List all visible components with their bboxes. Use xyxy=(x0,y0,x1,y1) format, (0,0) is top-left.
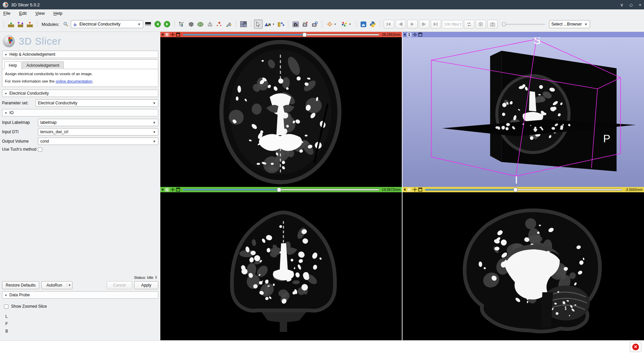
module-search-button[interactable] xyxy=(61,19,70,29)
slice-menu-icon[interactable] xyxy=(176,188,180,192)
pin-arrow-icon[interactable] xyxy=(161,188,163,191)
sequence-fps-spinbox[interactable]: 100.0fps ▲▼ xyxy=(442,20,463,28)
close-icon[interactable]: × xyxy=(639,2,641,7)
scene-view-button[interactable] xyxy=(301,19,310,29)
dicom-button[interactable]: ▼▲ DCM xyxy=(16,19,25,29)
slice-menu-icon[interactable] xyxy=(176,33,180,37)
mouse-interaction-button[interactable] xyxy=(254,19,263,29)
dicom-icon: ▼▲ xyxy=(17,21,24,24)
sequence-next-button[interactable] xyxy=(419,20,429,29)
slider-handle[interactable] xyxy=(277,188,281,192)
toolbar-grip[interactable] xyxy=(287,20,289,28)
sequence-browser-combobox[interactable]: Select ...Browser ▼ xyxy=(549,20,590,28)
pin-arrow-icon[interactable] xyxy=(161,33,163,36)
scene-view-icon xyxy=(302,21,308,27)
green-slice-canvas[interactable] xyxy=(160,192,402,340)
sequence-record-button[interactable] xyxy=(476,20,486,29)
slider-handle[interactable] xyxy=(303,33,307,37)
toolbar-grip[interactable] xyxy=(355,20,357,28)
sequence-last-button[interactable] xyxy=(431,20,441,29)
slice-link-icon[interactable] xyxy=(171,33,175,37)
scene-restore-button[interactable] xyxy=(310,19,319,29)
tab-acknowledgement[interactable]: Acknowledgement xyxy=(22,61,64,69)
sequence-loop-button[interactable] xyxy=(464,20,474,29)
sequence-play-button[interactable] xyxy=(407,20,418,29)
sequence-first-button[interactable] xyxy=(384,20,394,29)
window-level-button[interactable]: ▼ xyxy=(263,19,276,29)
layout-selector-button[interactable] xyxy=(239,19,248,29)
input-dti-combobox[interactable]: tensors_dwi_crl ▼ xyxy=(38,128,158,136)
sequence-snapshot-button[interactable] xyxy=(487,20,498,29)
module-forward-button[interactable] xyxy=(163,19,171,29)
mesh-button[interactable] xyxy=(206,19,214,29)
sequence-slider[interactable] xyxy=(502,21,545,28)
transforms-button[interactable]: ▼ xyxy=(339,19,353,29)
subject-hierarchy-button[interactable] xyxy=(177,19,186,29)
toolbar-grip[interactable] xyxy=(379,20,381,28)
yellow-slice-canvas[interactable] xyxy=(402,192,644,340)
minimize-icon[interactable]: ∨ xyxy=(620,2,624,7)
red-slice-canvas[interactable] xyxy=(160,37,402,187)
status-expand-icon[interactable]: ∨∨ xyxy=(155,276,157,279)
maximize-icon[interactable]: ◇ xyxy=(629,2,633,7)
threed-canvas[interactable]: S P I xyxy=(402,37,644,187)
slice-link-icon[interactable] xyxy=(413,188,417,192)
toolbar-grip[interactable] xyxy=(36,20,38,28)
use-tuch-checkbox[interactable] xyxy=(38,147,42,152)
pin-arrow-icon[interactable] xyxy=(404,33,406,36)
module-selector-combobox[interactable]: Electrical Conductivity ▼ xyxy=(71,20,143,28)
chevron-down-icon: ▼ xyxy=(153,121,156,124)
toolbar-grip[interactable] xyxy=(321,20,323,28)
data-probe-header[interactable]: ▾ Data Probe xyxy=(2,291,158,299)
yellow-slice-slider[interactable] xyxy=(425,188,622,192)
view-menu-icon[interactable] xyxy=(418,33,422,37)
menu-file[interactable]: File xyxy=(3,11,10,16)
screenshot-button[interactable] xyxy=(291,19,300,29)
pin-arrow-icon[interactable] xyxy=(404,188,406,191)
slice-link-icon[interactable] xyxy=(171,188,175,192)
tab-help[interactable]: Help xyxy=(4,61,21,69)
center-view-icon[interactable] xyxy=(413,33,417,37)
slider-handle[interactable] xyxy=(502,22,506,26)
error-log-button[interactable]: ✕ xyxy=(630,342,641,352)
toolbar-grip[interactable] xyxy=(250,20,252,28)
apply-button[interactable]: Apply xyxy=(134,281,158,289)
restore-defaults-button[interactable]: Restore Defaults xyxy=(2,281,39,289)
module-history-button[interactable] xyxy=(144,19,153,29)
ruler-markups-button[interactable] xyxy=(277,19,285,29)
help-section-header[interactable]: ▾ Help & Acknowledgement xyxy=(2,51,158,58)
module-section-header[interactable]: ▾ Electrical Conductivity xyxy=(2,90,158,97)
slice-menu-icon[interactable] xyxy=(418,188,422,192)
cancel-button[interactable]: Cancel xyxy=(107,281,132,289)
volumes-button[interactable] xyxy=(187,19,196,29)
online-documentation-link[interactable]: online documentation xyxy=(56,79,92,83)
models-button[interactable] xyxy=(196,19,205,29)
toolbar-grip[interactable] xyxy=(3,20,5,28)
slider-handle[interactable] xyxy=(514,188,518,192)
python-console-button[interactable] xyxy=(369,19,377,29)
superior-label: S xyxy=(534,37,541,46)
autorun-dropdown-icon[interactable]: ▼ xyxy=(67,284,72,287)
load-data-button[interactable]: ▲ DATA xyxy=(7,19,15,29)
spinner-arrows-icon[interactable]: ▲▼ xyxy=(459,22,463,26)
menu-edit[interactable]: Edit xyxy=(19,11,26,16)
save-button[interactable]: ▼ SAVE xyxy=(25,19,34,29)
sequence-prev-button[interactable] xyxy=(395,20,406,29)
module-back-button[interactable] xyxy=(153,19,162,29)
annotate-button[interactable] xyxy=(224,19,233,29)
output-volume-combobox[interactable]: cond ▼ xyxy=(38,138,158,145)
menu-help[interactable]: Help xyxy=(53,11,62,16)
extensions-manager-button[interactable] xyxy=(359,19,368,29)
toolbar-grip[interactable] xyxy=(173,20,175,28)
toolbar-grip[interactable] xyxy=(235,20,237,28)
io-section-header[interactable]: ▾ IO xyxy=(2,109,158,116)
markups-button[interactable] xyxy=(215,19,224,29)
autorun-button[interactable]: AutoRun ▼ xyxy=(41,281,72,289)
input-labelmap-combobox[interactable]: labelmap ▼ xyxy=(38,119,158,126)
red-slice-slider[interactable] xyxy=(183,33,379,37)
show-zoomed-slice-checkbox[interactable] xyxy=(4,304,8,309)
green-slice-slider[interactable] xyxy=(183,188,379,192)
parameter-set-combobox[interactable]: Electrical Conductivity ▼ xyxy=(36,99,158,107)
crosshair-button[interactable]: ▼ xyxy=(325,19,338,29)
menu-view[interactable]: View xyxy=(35,11,45,16)
